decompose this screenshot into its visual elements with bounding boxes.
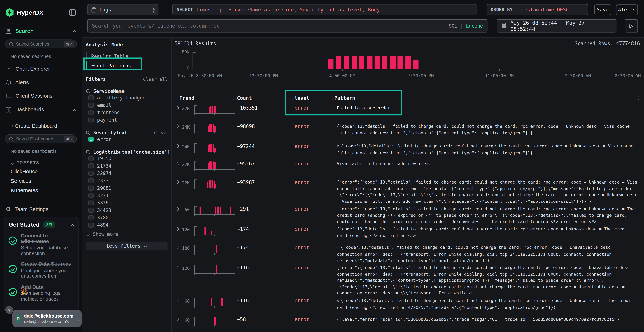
sidebar-item-dashboards[interactable]: Dashboards <box>0 103 82 116</box>
saved-dashboards-input[interactable]: Saved Dashboards ⌘K <box>5 134 77 144</box>
select-query-input[interactable]: SELECT Timestamp , ServiceName as servic… <box>172 4 476 15</box>
pattern-row[interactable]: 22K~93987error{"error":{"code":13,"detai… <box>172 177 644 204</box>
alerts-button[interactable]: Alerts <box>616 4 638 15</box>
checkbox-icon[interactable] <box>88 110 94 115</box>
analysis-mode-event-patterns[interactable]: Event Patterns <box>86 61 168 70</box>
histogram-bar[interactable] <box>328 60 334 69</box>
sidebar-item-alerts[interactable]: Alerts <box>0 76 82 89</box>
pattern-row[interactable]: 120~174error{"code":13,"details":"failed… <box>172 224 644 242</box>
histogram-bar[interactable] <box>405 56 411 69</box>
pattern-cell[interactable]: {"code":13,"details":"failed to charge c… <box>337 123 640 140</box>
checkbox-icon[interactable] <box>88 193 94 198</box>
preset-item-clickhouse[interactable]: ClickHouse <box>0 165 82 174</box>
sidebar-item-team-settings[interactable]: ⚙ Team Settings <box>0 193 82 212</box>
checkbox-icon[interactable] <box>88 156 94 161</box>
lucene-mode-toggle[interactable]: Lucene <box>466 23 483 29</box>
pattern-row[interactable]: 22K~103351errorFailed to place order <box>172 103 644 121</box>
checkbox-icon[interactable] <box>88 186 94 191</box>
filter-option-row[interactable]: 19350 <box>86 155 168 162</box>
preset-item-kubernetes[interactable]: Kubernetes <box>0 184 82 194</box>
filter-option-row[interactable]: payment <box>86 116 168 124</box>
histogram-bar[interactable] <box>359 56 364 69</box>
chevron-up-icon[interactable] <box>73 29 76 32</box>
filter-option-row[interactable]: 37801 <box>86 214 168 221</box>
clear-all-filters-button[interactable]: Clear all <box>143 77 168 82</box>
show-more-button[interactable]: Show more <box>86 231 168 237</box>
checkbox-icon[interactable] <box>88 208 94 213</box>
pattern-row[interactable]: 180~174error×{"code":13,"details":"faile… <box>172 242 644 262</box>
histogram-bar[interactable] <box>344 56 349 69</box>
filter-option-row[interactable]: artillery-loadgen <box>86 94 168 102</box>
histogram-bar[interactable] <box>398 56 403 69</box>
create-dashboard-button[interactable]: + Create Dashboard <box>0 118 82 129</box>
checkbox-checked-icon[interactable] <box>88 137 94 142</box>
help-button[interactable]: ? <box>5 306 13 314</box>
sidebar-item-search[interactable]: Search <box>0 17 82 34</box>
filter-option-row[interactable]: 21734 <box>86 162 168 170</box>
analysis-mode-results-table[interactable]: Results Table <box>86 52 168 60</box>
chevron-up-icon[interactable] <box>71 223 74 226</box>
order-by-input[interactable]: ORDER BY TimestampTime DESC <box>487 4 588 15</box>
column-header-pattern[interactable]: Pattern <box>334 95 355 101</box>
date-range-picker[interactable]: May 26 08:52:44 - May 27 08:52:44 <box>497 19 616 32</box>
histogram-bar[interactable] <box>414 60 419 69</box>
sql-mode-toggle[interactable]: SQL <box>449 23 458 29</box>
filter-group-clear-button[interactable]: Clear <box>154 130 168 136</box>
pattern-row[interactable]: 60~58error{"level":"error","span_id":"53… <box>172 314 644 332</box>
filter-option-row[interactable]: error <box>86 136 168 143</box>
filter-option-row[interactable]: 29081 <box>86 184 168 192</box>
checkbox-icon[interactable] <box>88 95 94 100</box>
column-header-count[interactable]: Count <box>237 95 252 101</box>
checkbox-icon[interactable] <box>88 200 94 206</box>
histogram-bar[interactable] <box>367 56 372 69</box>
chevron-up-icon[interactable] <box>73 108 76 111</box>
histogram-bar[interactable] <box>374 56 380 69</box>
column-header-trend[interactable]: Trend <box>180 95 194 101</box>
checkbox-icon[interactable] <box>88 163 94 168</box>
pattern-cell[interactable]: Failed to place order <box>337 105 640 121</box>
checkbox-icon[interactable] <box>88 117 94 122</box>
histogram-bar[interactable] <box>382 56 388 69</box>
user-menu[interactable]: D dale@clickhouse.com dale@clickhouse.co… <box>12 310 82 327</box>
less-filters-button[interactable]: Less filters <box>86 242 168 250</box>
table-options-icon[interactable]: ⋮ <box>637 96 641 100</box>
filter-option-row[interactable]: 2333 <box>86 177 168 184</box>
filter-option-row[interactable]: 22974 <box>86 170 168 177</box>
run-query-button[interactable]: ▷ <box>625 19 638 32</box>
sidebar-collapse-icon[interactable] <box>69 9 76 16</box>
pattern-cell[interactable]: {"code":13,"details":"failed to charge c… <box>337 226 640 242</box>
filter-option-row[interactable]: 34423 <box>86 206 168 214</box>
filter-option-row[interactable]: 33261 <box>86 199 168 206</box>
filter-option-row[interactable]: frontend <box>86 109 168 116</box>
pattern-row[interactable]: 120~116error{"error":{"code":13,"details… <box>172 262 644 295</box>
preset-item-services[interactable]: Services <box>0 174 82 184</box>
get-started-step[interactable]: Connect to ClickHouseSet up your databas… <box>8 233 74 256</box>
sidebar-item-chart-explorer[interactable]: Chart Explorer <box>0 62 82 76</box>
presets-header[interactable]: PRESETS <box>0 154 82 165</box>
pattern-cell[interactable]: ×{"code":13,"details":"failed to charge … <box>337 244 640 262</box>
pattern-cell[interactable]: {"error":{"code":13,"details":"failed to… <box>337 179 640 203</box>
checkbox-icon[interactable] <box>88 171 94 176</box>
sidebar-item-client-sessions[interactable]: Client Sessions <box>0 89 82 103</box>
pattern-row[interactable]: 24K~97244error×{"code":13,"details":"fai… <box>172 141 644 159</box>
checkbox-icon[interactable] <box>88 178 94 183</box>
checkbox-icon[interactable] <box>88 222 94 228</box>
pattern-cell[interactable]: {"level":"error","span_id":"53060b827c62… <box>337 316 640 332</box>
pattern-cell[interactable]: ×{"code":13,"details":"failed to charge … <box>337 143 640 158</box>
checkbox-icon[interactable] <box>88 215 94 220</box>
results-histogram[interactable]: 80K 0 May 26 8:30:00 AM12:30:00 PM4:00:0… <box>174 47 639 92</box>
histogram-bar[interactable] <box>390 56 396 69</box>
pattern-cell[interactable]: {"error":{"code":13,"details":"failed to… <box>337 264 640 295</box>
pattern-cell[interactable]: Visa cache full: cannot add new item. <box>337 161 640 177</box>
filter-option-row[interactable]: 4894 <box>86 222 168 229</box>
get-started-step[interactable]: Add DataStart sending logs, metrics, or … <box>8 284 74 302</box>
filter-option-row[interactable]: email <box>86 102 168 109</box>
pattern-cell[interactable]: ×{"code":13,"details":"failed to charge … <box>337 297 640 314</box>
histogram-bar[interactable] <box>336 56 341 69</box>
source-select[interactable]: Logs ▲▼ <box>88 4 158 15</box>
pattern-row[interactable]: 60~116error×{"code":13,"details":"failed… <box>172 295 644 314</box>
pattern-cell[interactable]: {"error":{"code":13,"details":"failed to… <box>337 206 640 224</box>
pattern-row[interactable]: 22K~95267errorVisa cache full: cannot ad… <box>172 158 644 177</box>
pattern-row[interactable]: 60~291error{"error":{"code":13,"details"… <box>172 204 644 224</box>
saved-searches-input[interactable]: Saved Searches ⌘K <box>5 39 77 48</box>
